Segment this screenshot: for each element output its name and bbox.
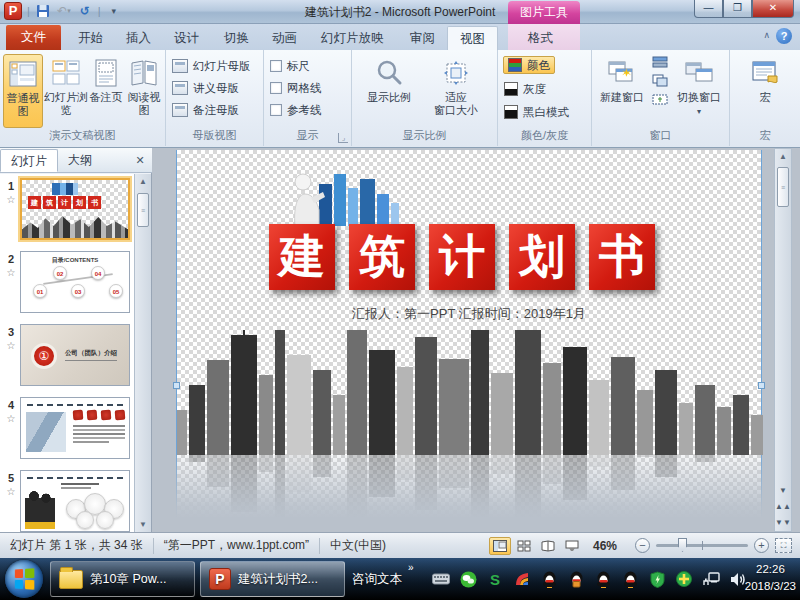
slide-canvas[interactable]: 建 筑 计 划 书 汇报人：第一PPT 汇报时间：2019年1月 (176, 150, 762, 517)
scroll-down-icon[interactable]: ▼ (135, 517, 151, 532)
straton-icon[interactable]: S (486, 570, 504, 588)
next-slide-icon[interactable]: ▼▼ (775, 515, 791, 531)
move-split-icon[interactable] (652, 93, 668, 106)
slide-master-button[interactable]: 幻灯片母版 (172, 57, 251, 75)
collapse-ribbon-icon[interactable]: ∧ (763, 30, 770, 40)
slide-thumbnail-4[interactable]: 4 ☆ (2, 397, 134, 461)
tab-file[interactable]: 文件 (6, 25, 61, 50)
animation-star-icon[interactable]: ☆ (3, 413, 19, 424)
arrange-all-icon[interactable] (652, 56, 668, 68)
cascade-icon[interactable] (652, 74, 668, 87)
animation-star-icon[interactable]: ☆ (3, 194, 19, 205)
wechat-icon[interactable] (459, 570, 477, 588)
switch-window-dropdown-icon[interactable]: ▾ (697, 107, 701, 116)
scroll-up-icon[interactable]: ▲ (775, 149, 791, 164)
color-button[interactable]: 颜色 (503, 56, 555, 74)
previous-slide-icon[interactable]: ▲▲ (775, 499, 791, 515)
black-white-button[interactable]: 黑白模式 (504, 103, 569, 121)
start-button[interactable] (5, 560, 43, 598)
minimize-button[interactable]: — (694, 0, 723, 18)
animation-star-icon[interactable]: ☆ (3, 340, 19, 351)
restore-button[interactable]: ❐ (723, 0, 752, 18)
slideshow-shortcut[interactable] (561, 537, 583, 555)
figure-and-buildings-graphic[interactable] (289, 170, 401, 226)
dialog-launcher-icon[interactable]: ⌟ (338, 133, 348, 143)
zoom-in-icon[interactable]: + (754, 538, 769, 553)
panel-close-icon[interactable]: ✕ (132, 153, 148, 168)
keyboard-icon[interactable] (432, 570, 450, 588)
reading-view-button[interactable]: 阅读视图 (124, 54, 164, 128)
grayscale-button[interactable]: 灰度 (504, 80, 546, 98)
rainbow-icon[interactable] (513, 570, 531, 588)
macro-button[interactable]: 宏 (745, 54, 785, 128)
panel-scrollbar-thumb[interactable]: ≡ (137, 193, 149, 227)
normal-view-button[interactable]: 普通视图 (3, 54, 43, 128)
taskbar-toolbar[interactable]: 咨询文本 (352, 558, 402, 600)
close-button[interactable]: ✕ (752, 0, 794, 18)
main-scrollbar[interactable]: ▲ ≡ ▼ ▲▲ ▼▼ (774, 148, 792, 532)
taskbar-button-powerpoint[interactable]: P 建筑计划书2... (200, 561, 345, 597)
picture-resize-handle-left[interactable] (173, 382, 180, 389)
taskbar-button-folder[interactable]: 第10章 Pow... (50, 561, 195, 597)
tab-design[interactable]: 设计 (162, 26, 211, 50)
zoom-icon (374, 58, 404, 88)
notes-master-button[interactable]: 备注母版 (172, 101, 239, 119)
animation-star-icon[interactable]: ☆ (3, 486, 19, 497)
tab-animations[interactable]: 动画 (260, 26, 309, 50)
animation-star-icon[interactable]: ☆ (3, 267, 19, 278)
tab-outline[interactable]: 大纲 (58, 149, 102, 172)
tab-home[interactable]: 开始 (66, 26, 115, 50)
zoom-percentage[interactable]: 46% (583, 539, 627, 553)
slide-sorter-shortcut[interactable] (513, 537, 535, 555)
network-icon[interactable] (702, 570, 720, 588)
tab-view[interactable]: 视图 (447, 26, 498, 50)
slide-thumbnail-5[interactable]: 5 ☆ (2, 470, 134, 534)
slide-sorter-button[interactable]: 幻灯片浏览 (44, 54, 88, 128)
guides-checkbox[interactable]: 参考线 (270, 101, 322, 119)
qq-folder-icon[interactable] (567, 570, 585, 588)
scroll-up-icon[interactable]: ▲ (135, 174, 151, 189)
ruler-checkbox[interactable]: 标尺 (270, 57, 310, 75)
help-icon[interactable]: ? (776, 28, 792, 44)
qq-icon[interactable] (540, 570, 558, 588)
slide-title[interactable]: 建 筑 计 划 书 (269, 224, 655, 290)
reading-view-shortcut[interactable] (537, 537, 559, 555)
tab-slideshow[interactable]: 幻灯片放映 (309, 26, 396, 50)
tab-slides[interactable]: 幻灯片 (0, 149, 58, 172)
new-window-button[interactable]: 新建窗口 (594, 54, 650, 128)
handout-master-button[interactable]: 讲义母版 (172, 79, 239, 97)
language-indicator[interactable]: 中文(中国) (320, 537, 396, 554)
tab-review[interactable]: 审阅 (398, 26, 447, 50)
slide-thumbnail-2[interactable]: 2 ☆ 目录/CONTENTS 02 04 01 03 05 (2, 251, 134, 315)
qq-icon[interactable] (594, 570, 612, 588)
health-plus-icon[interactable] (675, 570, 693, 588)
tab-insert[interactable]: 插入 (114, 26, 163, 50)
slide-subtitle[interactable]: 汇报人：第一PPT 汇报时间：2019年1月 (177, 305, 761, 323)
scrollbar-thumb[interactable]: ≡ (777, 167, 789, 207)
notes-page-button[interactable]: 备注页 (89, 54, 123, 128)
zoom-slider: − + ⛶ (627, 538, 800, 553)
panel-scrollbar[interactable]: ▲ ≡ ▼ (134, 174, 151, 532)
slide-thumbnail-3[interactable]: 3 ☆ ① 公司（团队）介绍 (2, 324, 134, 388)
gridlines-checkbox[interactable]: 网格线 (270, 79, 322, 97)
zoom-slider-thumb[interactable] (678, 538, 687, 552)
normal-view-shortcut[interactable] (489, 537, 511, 555)
qq-icon[interactable] (621, 570, 639, 588)
picture-resize-handle-right[interactable] (758, 382, 765, 389)
toolbar-expand-icon[interactable]: » (408, 562, 414, 573)
shield-icon[interactable] (648, 570, 666, 588)
mini-building-photo (26, 412, 66, 452)
tab-transitions[interactable]: 切换 (212, 26, 261, 50)
scroll-down-icon[interactable]: ▼ (775, 483, 791, 499)
taskbar-clock[interactable]: 22:26 2018/3/23 (745, 561, 796, 595)
fit-to-window-button[interactable]: 适应 窗口大小 (424, 54, 488, 128)
switch-window-button[interactable]: 切换窗口 ▾ (672, 54, 726, 128)
tab-format[interactable]: 格式 (516, 26, 565, 50)
zoom-button[interactable]: 显示比例 (362, 54, 416, 128)
zoom-out-icon[interactable]: − (635, 538, 650, 553)
divider (27, 477, 123, 479)
slide-thumbnail-1[interactable]: 1 ☆ 建筑计划书 (2, 178, 134, 242)
fit-slide-to-window-icon[interactable]: ⛶ (775, 538, 792, 553)
zoom-slider-track[interactable] (656, 544, 748, 547)
city-skyline-image[interactable] (177, 330, 763, 517)
